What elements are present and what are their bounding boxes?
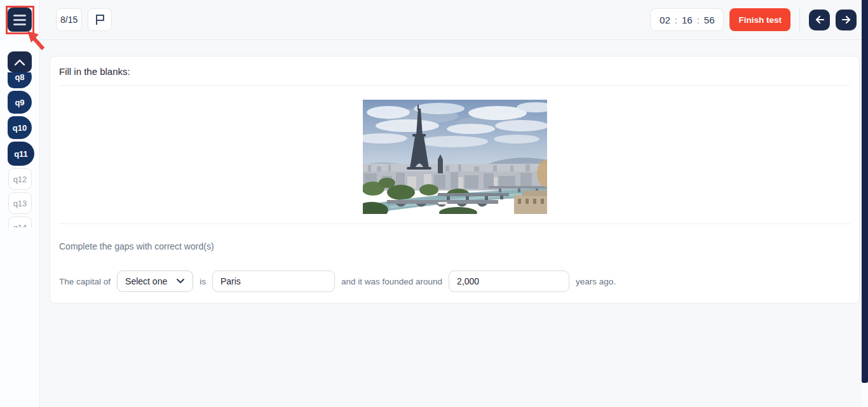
sentence-text: is: [200, 277, 206, 286]
question-pill-q10[interactable]: q10: [8, 116, 32, 139]
timer-hours: 02: [660, 15, 670, 25]
chevron-down-icon: [176, 278, 185, 284]
question-pill-q11-current[interactable]: q11: [8, 142, 34, 166]
timer-separator: :: [675, 15, 677, 25]
arrow-right-icon: [839, 13, 853, 27]
menu-button[interactable]: [8, 8, 32, 32]
top-toolbar: 8/15 02 : 16 : 56 Finish test: [41, 0, 862, 40]
timer-separator: :: [697, 15, 700, 25]
question-pill-q14[interactable]: q14: [8, 217, 32, 227]
page-scrollbar[interactable]: [862, 0, 868, 407]
scrollbar-thumb[interactable]: [862, 0, 868, 383]
question-pill-q9[interactable]: q9: [8, 91, 32, 114]
flag-question-button[interactable]: [88, 8, 112, 31]
sentence-text: The capital of: [59, 277, 111, 286]
sentence-text: years ago.: [576, 277, 616, 286]
country-select[interactable]: Select one: [117, 270, 193, 292]
previous-question-button[interactable]: [809, 10, 830, 30]
timer-seconds: 56: [704, 15, 715, 25]
chevron-up-icon: [12, 57, 27, 67]
timer: 02 : 16 : 56: [650, 8, 724, 31]
question-pill-q13[interactable]: q13: [8, 192, 32, 214]
main-area: 8/15 02 : 16 : 56 Finish test: [41, 0, 862, 407]
toolbar-divider: [799, 8, 800, 32]
arrow-left-icon: [813, 13, 827, 27]
question-pill-q12[interactable]: q12: [8, 168, 32, 190]
instruction-text: Complete the gaps with correct word(s): [59, 241, 850, 251]
divider: [59, 224, 850, 224]
question-counter-badge: 8/15: [56, 8, 82, 31]
question-card: Fill in the blanks:: [50, 56, 860, 304]
capital-answer-input[interactable]: [212, 270, 335, 292]
question-sidebar: q8 q9 q10 q11 q12 q13 q14: [0, 0, 40, 407]
timer-minutes: 16: [682, 15, 693, 25]
sentence-text: and it was founded around: [341, 277, 442, 286]
finish-test-button[interactable]: Finish test: [729, 8, 790, 31]
paris-cityscape-image: [363, 100, 547, 214]
question-title: Fill in the blanks:: [59, 66, 850, 77]
hamburger-icon: [13, 15, 26, 17]
flag-icon: [93, 13, 106, 27]
divider: [59, 85, 850, 86]
years-answer-input[interactable]: [449, 270, 569, 292]
scroll-questions-up-button[interactable]: [8, 51, 32, 72]
select-value: Select one: [125, 276, 167, 286]
next-question-button[interactable]: [836, 10, 857, 30]
question-list: q8 q9 q10 q11 q12 q13 q14: [8, 72, 39, 227]
question-pill-q8[interactable]: q8: [8, 72, 32, 88]
fill-blanks-sentence: The capital of Select one is and it was …: [59, 270, 850, 292]
